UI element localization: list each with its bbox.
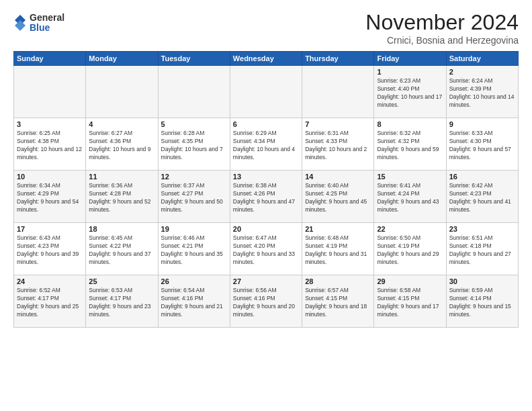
- day-number: 27: [233, 277, 299, 285]
- calendar-table: Sunday Monday Tuesday Wednesday Thursday…: [13, 51, 519, 328]
- calendar-cell: 12Sunrise: 6:37 AM Sunset: 4:27 PM Dayli…: [158, 171, 230, 223]
- day-number: 25: [89, 277, 154, 285]
- day-info: Sunrise: 6:28 AM Sunset: 4:35 PM Dayligh…: [161, 130, 227, 162]
- day-info: Sunrise: 6:46 AM Sunset: 4:21 PM Dayligh…: [161, 234, 227, 267]
- day-number: 6: [233, 120, 299, 128]
- logo-icon: [13, 13, 27, 32]
- calendar-row-1: 3Sunrise: 6:25 AM Sunset: 4:38 PM Daylig…: [14, 118, 519, 171]
- header-saturday: Saturday: [446, 52, 518, 66]
- calendar-cell: 7Sunrise: 6:31 AM Sunset: 4:33 PM Daylig…: [302, 118, 374, 171]
- day-number: 8: [377, 120, 443, 128]
- day-number: 9: [449, 120, 515, 128]
- day-number: 21: [305, 225, 371, 233]
- day-info: Sunrise: 6:31 AM Sunset: 4:33 PM Dayligh…: [305, 130, 371, 162]
- calendar-cell: 23Sunrise: 6:51 AM Sunset: 4:18 PM Dayli…: [446, 223, 518, 275]
- day-info: Sunrise: 6:57 AM Sunset: 4:15 PM Dayligh…: [305, 287, 371, 319]
- calendar-row-2: 10Sunrise: 6:34 AM Sunset: 4:29 PM Dayli…: [14, 171, 519, 223]
- day-info: Sunrise: 6:24 AM Sunset: 4:39 PM Dayligh…: [449, 77, 515, 109]
- day-number: 30: [449, 277, 515, 285]
- day-info: Sunrise: 6:45 AM Sunset: 4:22 PM Dayligh…: [89, 234, 154, 267]
- calendar-cell: 8Sunrise: 6:32 AM Sunset: 4:32 PM Daylig…: [374, 118, 446, 171]
- day-info: Sunrise: 6:54 AM Sunset: 4:16 PM Dayligh…: [161, 287, 227, 319]
- header-wednesday: Wednesday: [230, 52, 302, 66]
- calendar-cell: 13Sunrise: 6:38 AM Sunset: 4:26 PM Dayli…: [230, 171, 302, 223]
- logo-blue-text: Blue: [30, 23, 64, 33]
- calendar-cell: [230, 66, 302, 118]
- day-number: 14: [305, 173, 371, 181]
- calendar-row-0: 1Sunrise: 6:23 AM Sunset: 4:40 PM Daylig…: [14, 66, 519, 118]
- calendar-cell: 16Sunrise: 6:42 AM Sunset: 4:23 PM Dayli…: [446, 171, 518, 223]
- day-number: 12: [161, 173, 227, 181]
- day-info: Sunrise: 6:36 AM Sunset: 4:28 PM Dayligh…: [89, 182, 154, 214]
- calendar-cell: 26Sunrise: 6:54 AM Sunset: 4:16 PM Dayli…: [158, 275, 230, 328]
- calendar-cell: 21Sunrise: 6:48 AM Sunset: 4:19 PM Dayli…: [302, 223, 374, 275]
- day-info: Sunrise: 6:43 AM Sunset: 4:23 PM Dayligh…: [17, 234, 83, 267]
- header-sunday: Sunday: [14, 52, 86, 66]
- calendar-cell: [86, 66, 158, 118]
- calendar-cell: 29Sunrise: 6:58 AM Sunset: 4:15 PM Dayli…: [374, 275, 446, 328]
- day-info: Sunrise: 6:34 AM Sunset: 4:29 PM Dayligh…: [17, 182, 83, 214]
- day-number: 7: [305, 120, 371, 128]
- day-info: Sunrise: 6:33 AM Sunset: 4:30 PM Dayligh…: [449, 130, 515, 162]
- day-info: Sunrise: 6:50 AM Sunset: 4:19 PM Dayligh…: [377, 234, 443, 267]
- day-info: Sunrise: 6:38 AM Sunset: 4:26 PM Dayligh…: [233, 182, 299, 214]
- calendar-cell: 14Sunrise: 6:40 AM Sunset: 4:25 PM Dayli…: [302, 171, 374, 223]
- day-number: 28: [305, 277, 371, 285]
- calendar-cell: 17Sunrise: 6:43 AM Sunset: 4:23 PM Dayli…: [14, 223, 86, 275]
- day-info: Sunrise: 6:53 AM Sunset: 4:17 PM Dayligh…: [89, 287, 154, 319]
- day-number: 5: [161, 120, 227, 128]
- calendar-cell: 15Sunrise: 6:41 AM Sunset: 4:24 PM Dayli…: [374, 171, 446, 223]
- day-number: 18: [89, 225, 154, 233]
- calendar-row-4: 24Sunrise: 6:52 AM Sunset: 4:17 PM Dayli…: [14, 275, 519, 328]
- calendar-cell: 5Sunrise: 6:28 AM Sunset: 4:35 PM Daylig…: [158, 118, 230, 171]
- day-info: Sunrise: 6:27 AM Sunset: 4:36 PM Dayligh…: [89, 130, 154, 162]
- header-friday: Friday: [374, 52, 446, 66]
- day-number: 24: [17, 277, 83, 285]
- calendar-cell: 2Sunrise: 6:24 AM Sunset: 4:39 PM Daylig…: [446, 66, 518, 118]
- day-info: Sunrise: 6:56 AM Sunset: 4:16 PM Dayligh…: [233, 287, 299, 319]
- calendar-cell: 27Sunrise: 6:56 AM Sunset: 4:16 PM Dayli…: [230, 275, 302, 328]
- day-info: Sunrise: 6:25 AM Sunset: 4:38 PM Dayligh…: [17, 130, 83, 162]
- calendar-cell: 22Sunrise: 6:50 AM Sunset: 4:19 PM Dayli…: [374, 223, 446, 275]
- day-info: Sunrise: 6:48 AM Sunset: 4:19 PM Dayligh…: [305, 234, 371, 267]
- day-info: Sunrise: 6:47 AM Sunset: 4:20 PM Dayligh…: [233, 234, 299, 267]
- calendar-cell: [158, 66, 230, 118]
- calendar-cell: 28Sunrise: 6:57 AM Sunset: 4:15 PM Dayli…: [302, 275, 374, 328]
- day-number: 16: [449, 173, 515, 181]
- day-info: Sunrise: 6:51 AM Sunset: 4:18 PM Dayligh…: [449, 234, 515, 267]
- day-number: 19: [161, 225, 227, 233]
- day-number: 13: [233, 173, 299, 181]
- day-number: 23: [449, 225, 515, 233]
- header-tuesday: Tuesday: [158, 52, 230, 66]
- calendar-cell: 20Sunrise: 6:47 AM Sunset: 4:20 PM Dayli…: [230, 223, 302, 275]
- calendar-cell: 9Sunrise: 6:33 AM Sunset: 4:30 PM Daylig…: [446, 118, 518, 171]
- header-monday: Monday: [86, 52, 158, 66]
- calendar-page: General Blue November 2024 Crnici, Bosni…: [0, 0, 532, 411]
- day-number: 4: [89, 120, 154, 128]
- day-number: 10: [17, 173, 83, 181]
- day-number: 11: [89, 173, 154, 181]
- day-info: Sunrise: 6:40 AM Sunset: 4:25 PM Dayligh…: [305, 182, 371, 214]
- calendar-cell: 18Sunrise: 6:45 AM Sunset: 4:22 PM Dayli…: [86, 223, 158, 275]
- day-info: Sunrise: 6:29 AM Sunset: 4:34 PM Dayligh…: [233, 130, 299, 162]
- day-number: 20: [233, 225, 299, 233]
- day-info: Sunrise: 6:37 AM Sunset: 4:27 PM Dayligh…: [161, 182, 227, 214]
- day-info: Sunrise: 6:42 AM Sunset: 4:23 PM Dayligh…: [449, 182, 515, 214]
- calendar-cell: 1Sunrise: 6:23 AM Sunset: 4:40 PM Daylig…: [374, 66, 446, 118]
- day-number: 26: [161, 277, 227, 285]
- header-thursday: Thursday: [302, 52, 374, 66]
- logo-general-text: General: [30, 13, 64, 23]
- month-title: November 2024: [365, 10, 519, 35]
- day-number: 29: [377, 277, 443, 285]
- calendar-cell: [302, 66, 374, 118]
- logo: General Blue: [13, 13, 64, 34]
- calendar-cell: [14, 66, 86, 118]
- header-row: Sunday Monday Tuesday Wednesday Thursday…: [14, 52, 519, 66]
- calendar-cell: 11Sunrise: 6:36 AM Sunset: 4:28 PM Dayli…: [86, 171, 158, 223]
- day-number: 22: [377, 225, 443, 233]
- page-header: General Blue November 2024 Crnici, Bosni…: [13, 10, 519, 46]
- day-number: 2: [449, 68, 515, 76]
- day-number: 15: [377, 173, 443, 181]
- title-block: November 2024 Crnici, Bosnia and Herzego…: [365, 10, 519, 46]
- location-text: Crnici, Bosnia and Herzegovina: [365, 35, 519, 46]
